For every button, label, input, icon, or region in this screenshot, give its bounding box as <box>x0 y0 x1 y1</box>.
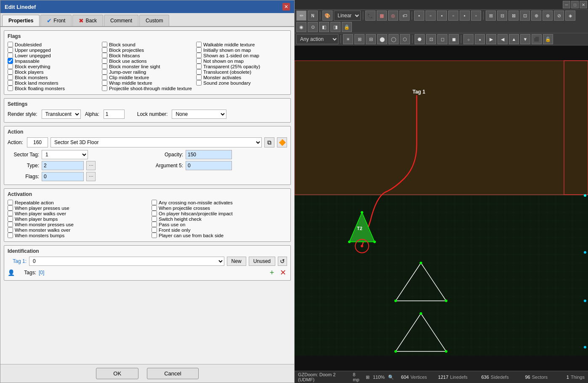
tags-remove-button[interactable]: ✕ <box>279 268 287 277</box>
flag-block-land-monsters-checkbox[interactable] <box>8 80 13 86</box>
tb2-b17[interactable]: ⬛ <box>532 34 542 44</box>
tab-comment[interactable]: Comment <box>104 15 138 26</box>
toolbar-text-button[interactable]: N <box>308 11 318 21</box>
alpha-input[interactable] <box>104 110 125 119</box>
tab-properties[interactable]: Properties <box>2 15 40 26</box>
tb2-b9[interactable]: ◻ <box>437 34 447 44</box>
tb2-b10[interactable]: ◼ <box>449 34 459 44</box>
tb2-b2[interactable]: ⊞ <box>354 34 365 44</box>
cancel-button[interactable]: Cancel <box>147 368 198 379</box>
action-num-input[interactable] <box>27 137 48 147</box>
tb2-b5[interactable]: ◯ <box>388 34 399 44</box>
flag-block-monster-line-sight-checkbox[interactable] <box>102 64 107 69</box>
tab-front[interactable]: ✔ Front <box>40 15 72 26</box>
flag-block-floating-monsters-checkbox[interactable] <box>8 86 13 91</box>
tags-link[interactable]: [0] <box>39 270 44 276</box>
monster-use-checkbox[interactable] <box>8 222 13 227</box>
flag-sound-zone-checkbox[interactable] <box>196 80 202 86</box>
flag-block-hitscans-checkbox[interactable] <box>102 53 107 58</box>
toolbar-c12[interactable]: ◨ <box>330 22 341 32</box>
flag-block-everything-checkbox[interactable] <box>8 64 13 69</box>
tab-back[interactable]: ✖ Back <box>72 15 103 26</box>
pass-use-checkbox[interactable] <box>152 222 157 227</box>
flag-wrap-middle-checkbox[interactable] <box>102 80 107 86</box>
flag-translucent-checkbox[interactable] <box>196 69 202 75</box>
front-side-checkbox[interactable] <box>152 227 157 233</box>
flag-upper-unpegged-checkbox[interactable] <box>8 47 13 53</box>
tb2-b15[interactable]: ▲ <box>509 34 519 44</box>
toolbar-c11[interactable]: ◧ <box>319 22 329 32</box>
map-canvas[interactable]: Tag 1 T2 <box>295 46 588 371</box>
ok-button[interactable]: OK <box>96 368 138 379</box>
action-copy-button[interactable]: ⧉ <box>264 137 274 147</box>
flag-impassable-checkbox[interactable] <box>8 58 13 64</box>
toolbar-lock[interactable]: 🔒 <box>342 22 352 32</box>
flag-shown-1sided-checkbox[interactable] <box>196 53 202 58</box>
flag-block-projectiles-checkbox[interactable] <box>102 47 107 53</box>
tb2-b6[interactable]: ⬡ <box>400 34 410 44</box>
player-hitscan-checkbox[interactable] <box>152 211 157 216</box>
tb2-b7[interactable]: ⬣ <box>415 34 425 44</box>
repeatable-checkbox[interactable] <box>8 200 13 205</box>
toolbar-c10[interactable]: ⊙ <box>308 22 318 32</box>
toolbar-c2[interactable]: ⊟ <box>497 11 507 21</box>
arg5-input[interactable] <box>186 161 232 170</box>
toolbar-grid-red-button[interactable]: ▦ <box>377 11 387 21</box>
flag-jump-over-railing-checkbox[interactable] <box>102 69 107 75</box>
action-name-select[interactable]: Sector Set 3D Floor <box>51 137 262 147</box>
action-special-button[interactable]: 🔶 <box>277 137 287 147</box>
tb2-b14[interactable]: ◀ <box>498 34 508 44</box>
flag-block-use-actions-checkbox[interactable] <box>102 58 107 64</box>
toolbar-b1[interactable]: ▪ <box>414 11 424 21</box>
player-walks-checkbox[interactable] <box>8 211 13 216</box>
toolbar-c5[interactable]: ⊕ <box>531 11 541 21</box>
tb2-b8[interactable]: ⊡ <box>426 34 436 44</box>
toolbar-b3[interactable]: ▪ <box>437 11 447 21</box>
toolbar-c3[interactable]: ⊠ <box>508 11 519 21</box>
toolbar-phone-button[interactable]: 📞 <box>365 11 375 21</box>
flag-monster-activates-checkbox[interactable] <box>196 75 202 80</box>
toolbar-c4[interactable]: ⊡ <box>520 11 530 21</box>
toolbar-c1[interactable]: ⊞ <box>486 11 496 21</box>
toolbar-c7[interactable]: ⊘ <box>554 11 564 21</box>
tb2-b11[interactable]: ⬦ <box>463 34 474 44</box>
linear-select[interactable]: Linear <box>334 11 361 21</box>
close-map-button[interactable]: ✕ <box>580 1 587 8</box>
crossing-nonmissile-checkbox[interactable] <box>152 200 157 205</box>
lock-select[interactable]: None <box>172 110 226 119</box>
toolbar-b2[interactable]: ▫ <box>426 11 436 21</box>
minimize-button[interactable]: ─ <box>563 1 570 8</box>
flag-walkable-middle-checkbox[interactable] <box>196 42 202 47</box>
toolbar-b5[interactable]: ▪ <box>460 11 470 21</box>
tb2-b4[interactable]: ⬤ <box>377 34 387 44</box>
projectile-crosses-checkbox[interactable] <box>152 205 157 211</box>
toolbar-draw-button[interactable]: ✏ <box>296 11 306 21</box>
flags-browse-button[interactable]: ⋯ <box>86 172 96 181</box>
tb2-b12[interactable]: ⬥ <box>475 34 485 44</box>
flag-lower-unpegged-checkbox[interactable] <box>8 53 13 58</box>
tab-custom[interactable]: Custom <box>139 15 169 26</box>
toolbar-c9[interactable]: ◉ <box>296 22 306 32</box>
flag-not-shown-checkbox[interactable] <box>196 58 202 64</box>
maximize-button[interactable]: □ <box>571 1 579 8</box>
player-backside-checkbox[interactable] <box>152 233 157 238</box>
tb2-b3[interactable]: ⊟ <box>366 34 376 44</box>
tag1-select[interactable]: 0 <box>29 257 224 266</box>
player-bumps-checkbox[interactable] <box>8 216 13 222</box>
toolbar-palette-button[interactable]: 🎨 <box>322 11 333 21</box>
close-button[interactable]: ✕ <box>282 3 290 11</box>
type-input[interactable] <box>42 161 84 170</box>
toolbar-target-button[interactable]: ◎ <box>388 11 398 21</box>
flags-input[interactable] <box>42 172 84 181</box>
toolbar-b4[interactable]: ▫ <box>448 11 458 21</box>
unused-button[interactable]: Unused <box>249 257 275 266</box>
flag-block-sound-checkbox[interactable] <box>102 42 107 47</box>
new-button[interactable]: New <box>227 257 246 266</box>
flag-block-monsters-checkbox[interactable] <box>8 75 13 80</box>
tb2-b13[interactable]: ▶ <box>486 34 496 44</box>
flag-initially-shown-checkbox[interactable] <box>196 47 202 53</box>
monster-walks-checkbox[interactable] <box>8 227 13 233</box>
flag-doublesided-checkbox[interactable] <box>8 42 13 47</box>
flag-block-players-checkbox[interactable] <box>8 69 13 75</box>
toolbar-b6[interactable]: ▫ <box>471 11 481 21</box>
